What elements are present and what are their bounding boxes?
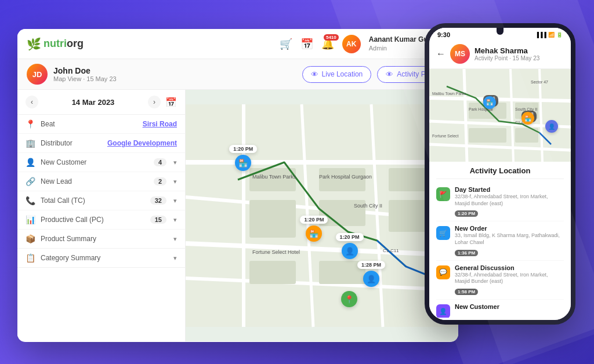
eye-icon: 👁 (311, 70, 318, 79)
activity-info-2: New Order 33, Ismail Bldg, K Sharma Marg… (455, 225, 564, 256)
phone-header: ← MS Mehak Sharma Activity Point · 15 Ma… (429, 41, 571, 69)
map-area[interactable]: Malibu Town Parks Park Hospital Gurgaon … (186, 90, 458, 341)
beat-row[interactable]: 📍 Beat Sirsi Road (17, 115, 185, 134)
notification-badge: 5410 (324, 34, 339, 41)
pin-time-4: 1:28 PM (357, 261, 385, 269)
back-button[interactable]: ← (436, 49, 446, 59)
date-text: 14 Mar 2023 (43, 98, 143, 107)
bell-icon[interactable]: 🔔 5410 (321, 38, 334, 50)
activity-dot-2: 🛒 (436, 226, 450, 240)
svg-rect-8 (249, 168, 296, 191)
map-pin-5[interactable]: 📍 (341, 291, 357, 307)
activity-item-new-order[interactable]: 🛒 New Order 33, Ismail Bldg, K Sharma Ma… (436, 221, 564, 260)
activity-dot-1: 🚩 (436, 187, 450, 201)
distributor-row[interactable]: 🏢 Distributor Google Development (17, 134, 185, 153)
logo[interactable]: 🌿 nutriorg (27, 37, 84, 51)
svg-text:Malibu Town Parks: Malibu Town Parks (252, 174, 296, 180)
phone-mockup: 9:30 ▐▐▐ 📶 🔋 ← MS Mehak Sharma Activity … (425, 23, 575, 325)
new-lead-chevron: ▾ (173, 178, 177, 185)
pin-icon-5: 📍 (341, 291, 357, 307)
phone-screen: 9:30 ▐▐▐ 📶 🔋 ← MS Mehak Sharma Activity … (429, 28, 571, 320)
activity-addr-1: 32/38-f, Ahmedabad Street, Iron Market, … (455, 194, 564, 207)
pin-icon-3: 👤 (342, 243, 358, 259)
activity-item-general-discussion[interactable]: 💬 General Discussion 32/38-f, Ahmedabad … (436, 261, 564, 300)
productive-call-label: Productive Call (PC) (41, 216, 146, 224)
product-summary-chevron: ▾ (173, 235, 177, 243)
activity-name-2: New Order (455, 225, 564, 232)
cart-icon[interactable]: 🛒 (280, 38, 292, 50)
total-call-icon: 📞 (26, 196, 36, 205)
calendar-small-icon[interactable]: 📅 (165, 97, 177, 108)
svg-text:Sector 47: Sector 47 (531, 80, 548, 84)
activity-item-day-started[interactable]: 🚩 Day Started 32/38-f, Ahmedabad Street,… (436, 183, 564, 221)
next-date-button[interactable]: › (148, 96, 161, 108)
live-location-button[interactable]: 👁 Live Location (302, 66, 372, 83)
svg-rect-10 (319, 168, 365, 191)
activity-dot-3: 💬 (436, 265, 450, 279)
total-call-value: 32 (150, 196, 166, 205)
svg-text:South City II: South City II (354, 203, 382, 209)
product-summary-icon: 📦 (26, 234, 36, 243)
distributor-value[interactable]: Google Development (107, 139, 177, 147)
prev-date-button[interactable]: ‹ (26, 96, 38, 108)
productive-call-chevron: ▾ (173, 216, 177, 224)
calendar-icon[interactable]: 📅 (300, 38, 313, 50)
beat-icon: 📍 (26, 119, 36, 129)
activity-item-new-customer[interactable]: 👤 New Customer (436, 300, 564, 318)
eye-icon-2: 👁 (386, 70, 393, 79)
activity-info-4: New Customer (455, 303, 564, 311)
activity-dot-4: 👤 (436, 304, 450, 318)
phone-notch (497, 28, 504, 35)
activity-addr-2: 33, Ismail Bldg, K Sharma Marg, Pathakwa… (455, 232, 564, 246)
new-customer-row[interactable]: 👤 New Customer 4 ▾ (17, 153, 185, 172)
total-call-label: Total Call (TC) (41, 196, 146, 205)
beat-value[interactable]: Sirsi Road (143, 120, 177, 128)
svg-text:Malibu Town Parks: Malibu Town Parks (432, 92, 466, 96)
new-lead-icon: 🔗 (26, 177, 36, 186)
activity-info-1: Day Started 32/38-f, Ahmedabad Street, I… (455, 186, 564, 217)
productive-call-row[interactable]: 📊 Productive Call (PC) 15 ▾ (17, 210, 185, 230)
signal-icon: ▐▐▐ (535, 32, 546, 38)
phone-user-info: Mehak Sharma Activity Point · 15 May 23 (475, 46, 539, 61)
activity-name-3: General Discussion (455, 264, 564, 271)
battery-icon: 🔋 (556, 32, 563, 38)
pin-time-1: 1:20 PM (229, 145, 257, 153)
product-summary-label: Product Summary (41, 235, 166, 243)
activity-section: Activity Location 🚩 Day Started 32/38-f,… (429, 162, 571, 318)
map-pin-3[interactable]: 1:20 PM 👤 (336, 233, 364, 259)
total-call-row[interactable]: 📞 Total Call (TC) 32 ▾ (17, 191, 185, 210)
activity-time-3: 1:58 PM (455, 289, 478, 295)
new-lead-value: 2 (154, 177, 166, 185)
svg-text:Fortune Select: Fortune Select (432, 134, 459, 138)
phone-status-icons: ▐▐▐ 📶 🔋 (535, 32, 563, 38)
user-avatar: JD (27, 64, 48, 85)
total-call-chevron: ▾ (173, 197, 177, 205)
beat-label: Beat (41, 120, 138, 128)
map-pin-2[interactable]: 1:20 PM 🏪 (300, 216, 328, 242)
activity-title: Activity Location (436, 162, 564, 179)
svg-text:Fortune Select Hotel: Fortune Select Hotel (252, 249, 300, 255)
logo-text: nutriorg (44, 38, 84, 50)
activity-addr-3: 32/38-f, Ahmedabad Street, Iron Market, … (455, 272, 564, 285)
phone-avatar: MS (450, 44, 470, 64)
new-customer-value: 4 (154, 158, 166, 166)
new-lead-row[interactable]: 🔗 New Lead 2 ▾ (17, 172, 185, 191)
pin-time-2: 1:20 PM (300, 216, 328, 224)
header-bar: 🌿 nutriorg 🛒 📅 🔔 5410 AK Aanant Kumar Gu… (17, 29, 458, 59)
pin-time-3: 1:20 PM (336, 233, 364, 241)
activity-name-1: Day Started (455, 186, 564, 193)
svg-text:Park Hospital Gurgaon: Park Hospital Gurgaon (319, 174, 372, 180)
activity-info-3: General Discussion 32/38-f, Ahmedabad St… (455, 264, 564, 296)
phone-map[interactable]: Malibu Town Parks Park Hospital Fortune … (429, 69, 571, 162)
activity-time-1: 1:20 PM (455, 210, 478, 217)
category-summary-section[interactable]: 📋 Category Summary ▾ (17, 249, 185, 268)
map-pin-1[interactable]: 1:20 PM 🏪 (229, 145, 257, 171)
map-pin-4[interactable]: 1:28 PM 👤 (357, 261, 385, 287)
new-customer-chevron: ▾ (173, 159, 177, 166)
phone-time: 9:30 (437, 31, 450, 38)
svg-rect-29 (469, 128, 506, 143)
new-customer-label: New Customer (41, 158, 149, 166)
product-summary-section[interactable]: 📦 Product Summary ▾ (17, 230, 185, 249)
activity-time-2: 1:36 PM (455, 250, 478, 256)
avatar: AK (342, 35, 361, 53)
